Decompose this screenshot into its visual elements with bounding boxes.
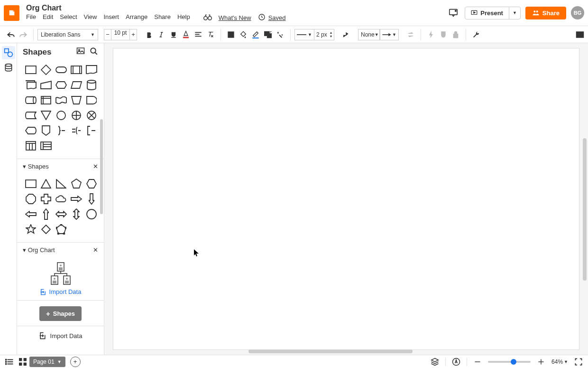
font-size-increase[interactable]: + (129, 29, 137, 40)
line-width-input[interactable]: 2 px▴▾ (314, 29, 334, 40)
shape-decision[interactable] (40, 64, 52, 76)
shape-or[interactable] (70, 109, 83, 122)
menu-arrange[interactable]: Arrange (126, 13, 147, 22)
presentation-comment-icon[interactable] (447, 6, 460, 19)
section-orgchart-close[interactable]: ✕ (93, 246, 98, 254)
shape-data[interactable] (70, 79, 83, 91)
toggle-panel-icon[interactable] (574, 28, 586, 41)
wrench-icon[interactable] (470, 28, 482, 41)
shape-merge[interactable] (40, 109, 52, 122)
shape-arrow-leftright[interactable] (55, 208, 67, 220)
clear-format-button[interactable] (204, 28, 217, 41)
add-shapes-button[interactable]: + Shapes (39, 306, 82, 321)
shape-note-bracket[interactable] (85, 124, 98, 137)
section-shapes-toggle[interactable]: ▾ Shapes (23, 163, 49, 170)
shape-manual-input[interactable] (40, 79, 52, 91)
binoculars-icon[interactable] (203, 14, 212, 22)
menu-select[interactable]: Select (60, 13, 77, 22)
shape-table-vertical[interactable] (25, 140, 37, 152)
shape-internal-storage[interactable] (40, 94, 52, 106)
app-logo[interactable] (4, 5, 19, 21)
menu-share[interactable]: Share (154, 13, 171, 22)
shape-brace-right[interactable] (55, 124, 67, 137)
font-family-select[interactable]: Liberation Sans▼ (37, 29, 98, 40)
shape-triangle[interactable] (40, 178, 52, 190)
shape-connector[interactable] (55, 109, 67, 122)
italic-button[interactable] (155, 28, 167, 41)
layers-icon[interactable] (428, 355, 441, 368)
undo-button[interactable] (5, 28, 17, 41)
line-shape-button[interactable] (340, 28, 352, 41)
font-size-decrease[interactable]: − (104, 29, 111, 40)
shape-direct-data[interactable] (25, 94, 37, 106)
shape-terminator[interactable] (55, 64, 67, 76)
present-button[interactable]: Present (465, 7, 509, 19)
canvas-vertical-scrollbar[interactable] (583, 138, 587, 281)
annotate-icon[interactable] (450, 355, 463, 368)
shape-database[interactable] (85, 79, 98, 91)
image-icon[interactable] (76, 47, 85, 57)
search-icon[interactable] (90, 47, 98, 57)
shape-star[interactable] (25, 223, 37, 236)
lock-icon[interactable] (450, 28, 462, 41)
shape-arrow-right[interactable] (70, 193, 83, 205)
whats-new-link[interactable]: What's New (219, 14, 251, 21)
text-color-button[interactable] (180, 28, 192, 41)
shape-document[interactable] (85, 64, 98, 76)
shape-stored-data[interactable] (25, 109, 37, 122)
shape-cloud[interactable] (55, 193, 67, 205)
shape-process[interactable] (25, 64, 37, 76)
bold-button[interactable] (143, 28, 155, 41)
add-page-button[interactable]: + (70, 357, 81, 367)
rail-data-tab[interactable] (2, 61, 15, 75)
shape-arrow-updown[interactable] (70, 208, 83, 220)
menu-help[interactable]: Help (177, 13, 190, 22)
line-style-select[interactable]: ▼ (294, 29, 314, 40)
share-button[interactable]: Share (525, 7, 566, 19)
shape-table-horizontal[interactable] (40, 140, 52, 152)
panel-scrollbar[interactable] (100, 91, 104, 290)
shape-predefined[interactable] (70, 64, 83, 76)
shape-pentagon[interactable] (70, 178, 83, 190)
fill-color-button[interactable] (237, 28, 249, 41)
shape-rectangle[interactable] (25, 178, 37, 190)
swap-ends-button[interactable] (404, 28, 417, 41)
zoom-slider-thumb[interactable] (511, 359, 516, 365)
section-shapes-close[interactable]: ✕ (93, 163, 98, 170)
shape-ellipse[interactable] (85, 208, 98, 220)
shape-octagon[interactable] (25, 193, 37, 205)
canvas-horizontal-scrollbar[interactable] (248, 349, 413, 353)
border-color-button[interactable] (249, 28, 262, 41)
fullscreen-icon[interactable] (572, 355, 585, 368)
shape-preparation[interactable] (55, 79, 67, 91)
import-data-link[interactable]: Import Data (40, 286, 82, 297)
line-end-select[interactable]: ▼ (380, 29, 399, 40)
underline-button[interactable] (167, 28, 180, 41)
shape-manual-op[interactable] (70, 94, 83, 106)
shape-display[interactable] (25, 124, 37, 137)
grid-view-icon[interactable] (16, 355, 29, 368)
menu-view[interactable]: View (84, 13, 97, 22)
zoom-out-button[interactable] (471, 355, 484, 368)
rail-shapes-tab[interactable] (2, 46, 15, 59)
shape-diamond[interactable] (40, 223, 52, 236)
menu-edit[interactable]: Edit (43, 13, 53, 22)
font-size-input[interactable]: 10 pt (111, 29, 129, 40)
magic-button[interactable] (274, 28, 286, 41)
shape-polygon[interactable] (55, 223, 67, 236)
shape-arrow-up[interactable] (40, 208, 52, 220)
orgchart-shape[interactable] (50, 262, 71, 286)
import-data-footer[interactable]: Import Data (17, 326, 104, 345)
shape-arrow-down[interactable] (85, 193, 98, 205)
align-button[interactable] (192, 28, 204, 41)
flash-icon[interactable] (425, 28, 437, 41)
menu-insert[interactable]: Insert (103, 13, 119, 22)
shape-hexagon[interactable] (85, 178, 98, 190)
saved-status[interactable]: Saved (268, 14, 286, 21)
shape-summing[interactable] (85, 109, 98, 122)
page-selector[interactable]: Page 01▼ (29, 357, 65, 367)
zoom-in-button[interactable] (534, 355, 548, 368)
zoom-level-select[interactable]: 64%▼ (551, 359, 568, 365)
shape-right-triangle[interactable] (55, 178, 67, 190)
zoom-slider[interactable] (488, 361, 531, 363)
